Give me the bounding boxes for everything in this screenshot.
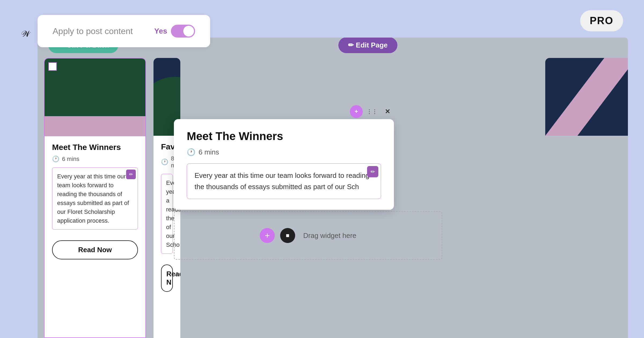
widget-meta: 🕐 6 mins [187,148,381,156]
card-2-meta: 🕐 8 mins [161,155,173,169]
card-3-image [545,58,628,136]
card-3-triangle-right [577,58,628,136]
apply-toggle[interactable]: Yes [154,25,195,38]
card-1-image-top [45,58,145,116]
card-2-read-now-button[interactable]: Read N [161,264,173,292]
card-1-image [45,58,145,136]
floating-widget: + ⋮⋮ ✕ Meet The Winners 🕐 6 mins Every y… [174,119,394,210]
card-1-body: Meet The Winners 🕐 6 mins Every year at … [45,136,145,235]
toggle-thumb [183,26,194,36]
widget-drag-button[interactable]: ⋮⋮ [365,105,378,118]
card-1-read-now-button[interactable]: Read Now [52,240,138,259]
widget-excerpt: Every year at this time our team looks f… [187,163,381,199]
card-1-read-time: 6 mins [62,156,79,163]
edit-page-button[interactable]: ✏ Edit Page [338,38,397,53]
card-1-title: Meet The Winners [52,143,138,152]
card-1-image-bottom [45,116,145,136]
card-1-meta: 🕐 6 mins [52,156,138,163]
toggle-label: Yes [154,27,167,35]
widget-clock-icon: 🕐 [187,148,195,156]
widget-body: Meet The Winners 🕐 6 mins Every year at … [174,119,394,210]
drop-zone-plus-icon: + [260,228,275,243]
clock-icon-2: 🕐 [161,159,168,166]
drop-zone[interactable]: + ■ Drag widget here [174,211,442,260]
widget-read-time: 6 mins [199,148,219,156]
toggle-track[interactable] [171,25,195,38]
card-3 [545,58,628,136]
drop-zone-stop-icon: ■ [280,228,295,243]
widget-edit-button[interactable]: ✏ [367,166,378,177]
apply-panel-label: Apply to post content [53,26,133,36]
card-1-excerpt-wrapper: Every year at this time our team looks f… [52,167,138,230]
card-1-edit-button[interactable]: ✏ [126,170,136,179]
widget-title: Meet The Winners [187,130,381,143]
widget-add-button[interactable]: + [350,105,363,118]
card-select-checkbox[interactable] [48,62,57,71]
card-2-title: Favorite [161,142,173,151]
pro-badge: PRO [580,10,623,31]
clock-icon-1: 🕐 [52,156,59,163]
card-1: Meet The Winners 🕐 6 mins Every year at … [44,58,146,338]
card-2-excerpt: Every year a reading the of our Scho [161,174,173,254]
drop-zone-label: Drag widget here [303,232,356,240]
widget-toolbar: + ⋮⋮ ✕ [350,105,394,118]
card-2-excerpt-wrapper: Every year a reading the of our Scho [161,174,173,254]
apply-panel: Apply to post content Yes [38,15,210,47]
widget-excerpt-wrapper: Every year at this time our team looks f… [187,163,381,199]
widget-close-button[interactable]: ✕ [381,105,394,118]
editor-area: ← Save & Back ✏ Edit Page Meet The Winne… [38,38,628,338]
cursor-icon: 𝒲 [21,29,29,39]
card-1-excerpt: Every year at this time our team looks f… [52,167,138,230]
